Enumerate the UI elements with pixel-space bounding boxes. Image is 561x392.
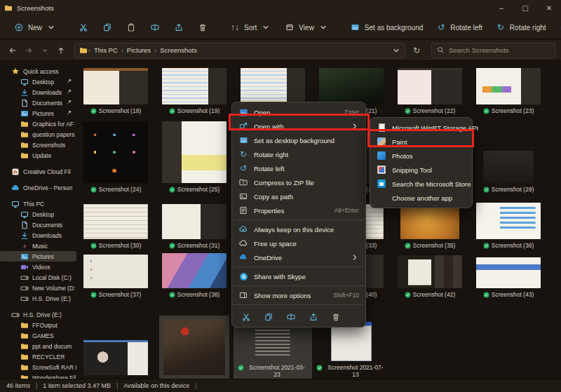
menu-item-copy-as-path[interactable]: Copy as path [232, 189, 365, 203]
sidebar-item-h-s-drive-e-[interactable]: H.S. Drive (E:) [0, 309, 76, 320]
sidebar-item-ppt-and-docum[interactable]: ppt and docum [0, 341, 76, 351]
sidebar-item-videos[interactable]: Videos [0, 262, 76, 272]
breadcrumb-segment-this-pc[interactable]: This PC [91, 46, 121, 54]
menu-item-show-more-options[interactable]: Show more optionsShift+F10 [232, 288, 365, 302]
back-button[interactable] [6, 43, 20, 58]
copy-button[interactable] [263, 311, 273, 322]
menu-item-share-with-skype[interactable]: SShare with Skype [232, 269, 365, 283]
rotate-right-button[interactable]: ↻Rotate right [489, 18, 553, 36]
sidebar-item-downloads[interactable]: Downloads [0, 230, 76, 241]
file-tile[interactable]: Screenshot (25) [155, 118, 234, 194]
sidebar-item-quick-access[interactable]: Quick access [0, 66, 76, 76]
submenu-item-photos[interactable]: Photos [370, 149, 472, 163]
menu-item-always-keep-on-this-device[interactable]: Always keep on this device [232, 222, 365, 236]
file-tile[interactable]: Screenshot (45) [76, 300, 155, 387]
rotate-left-button[interactable]: ↺Rotate left [429, 18, 489, 36]
submenu-item-snipping-tool[interactable]: Snipping Tool [370, 163, 472, 177]
sidebar-item-pictures[interactable]: Pictures [0, 108, 76, 119]
file-thumbnail[interactable] [162, 253, 227, 288]
sidebar-item-onedrive-person[interactable]: OneDrive - Person [0, 182, 76, 193]
sidebar-item-documents[interactable]: Documents [0, 97, 76, 108]
submenu-item-choose-another-app[interactable]: Choose another app [370, 191, 472, 205]
sort-button[interactable]: ↑↓Sort [223, 18, 278, 36]
sidebar-item-local-disk-c-[interactable]: Local Disk (C:) [0, 272, 76, 283]
file-thumbnail[interactable] [476, 257, 541, 288]
sidebar-item-question-papers[interactable]: question papers [0, 129, 76, 140]
file-thumbnail[interactable] [83, 121, 148, 183]
file-tile[interactable]: Screenshot (24) [76, 118, 155, 194]
file-thumbnail[interactable] [162, 121, 227, 183]
file-tile[interactable]: Screenshot (43) [469, 250, 548, 299]
sidebar-item-new-volume-d-[interactable]: New Volume (D: [0, 283, 76, 293]
recent-locations-chevron[interactable] [38, 43, 52, 58]
minimize-button[interactable]: – [489, 0, 513, 16]
sidebar-item-h-s-drive-e-[interactable]: H.S. Drive (E:) [0, 293, 76, 304]
refresh-icon[interactable]: ↻ [410, 43, 424, 58]
file-thumbnail[interactable] [162, 204, 227, 239]
share-button[interactable] [167, 18, 191, 36]
delete-button[interactable] [330, 311, 341, 322]
breadcrumb-segment-pictures[interactable]: Pictures [124, 46, 154, 54]
paste-button[interactable] [119, 18, 143, 36]
maximize-button[interactable]: ▢ [513, 0, 537, 16]
file-thumbnail[interactable] [241, 68, 305, 104]
file-tile[interactable]: Screenshot (38) [155, 250, 234, 299]
sidebar-item-desktop[interactable]: Desktop [0, 209, 76, 219]
file-tile[interactable]: Screenshot (19) [155, 65, 234, 116]
file-thumbnail[interactable] [162, 68, 227, 104]
cut-button[interactable] [72, 18, 95, 36]
sidebar-item-desktop[interactable]: Desktop [0, 76, 76, 87]
sidebar-item-creative-cloud-fil[interactable]: Creative Cloud Fil [0, 166, 76, 177]
file-tile[interactable]: Screenshot (29) [469, 118, 548, 194]
file-tile[interactable]: Screenshot (46) [155, 300, 234, 387]
sidebar-item-wondershare-fil[interactable]: Wondershare Fil [0, 372, 76, 379]
up-button[interactable] [54, 43, 68, 58]
sidebar-item-downloads[interactable]: Downloads [0, 87, 76, 97]
menu-item-rotate-left[interactable]: ↺Rotate left [232, 161, 365, 175]
new-button[interactable]: New [7, 18, 63, 36]
file-thumbnail[interactable] [476, 68, 541, 104]
sidebar-item-screenshots[interactable]: Screenshots [0, 140, 76, 150]
file-tile[interactable]: Screenshot (36) [469, 198, 548, 250]
file-thumbnail[interactable] [398, 68, 462, 104]
file-thumbnail[interactable] [163, 319, 225, 375]
file-thumbnail[interactable] [398, 253, 462, 288]
file-thumbnail[interactable] [331, 322, 372, 361]
sidebar-item-update[interactable]: Update [0, 150, 76, 161]
file-tile[interactable]: Screenshot (42) [391, 250, 469, 299]
file-tile[interactable]: Screenshot (23) [469, 65, 548, 116]
share-button[interactable] [308, 311, 318, 322]
more-options-button[interactable]: ⋯ [553, 18, 561, 36]
file-thumbnail[interactable] [83, 204, 148, 239]
breadcrumb[interactable]: ›This PC›Pictures›Screenshots [74, 43, 405, 58]
set-as-background-button[interactable]: Set as background [344, 18, 429, 36]
file-thumbnail[interactable] [483, 151, 534, 183]
menu-item-compress-to-zip-file[interactable]: Compress to ZIP file [232, 175, 365, 189]
menu-item-set-as-desktop-background[interactable]: Set as desktop background [232, 133, 365, 147]
rename-button[interactable] [143, 18, 167, 36]
sidebar-item-pictures[interactable]: Pictures [0, 251, 76, 262]
sidebar-item-screwsoft-rar-f[interactable]: ScrewSoft RAR F [0, 362, 76, 372]
menu-item-onedrive[interactable]: OneDrive [232, 250, 365, 264]
breadcrumb-segment-screenshots[interactable]: Screenshots [157, 46, 200, 54]
close-button[interactable]: ✕ [537, 0, 561, 16]
file-tile[interactable]: Screenshot (18) [76, 65, 155, 116]
file-tile[interactable]: Screenshot (31) [155, 198, 234, 250]
rename-button[interactable] [285, 311, 296, 322]
sidebar-item-music[interactable]: ♪Music [0, 241, 76, 251]
submenu-item-search-the-microsoft-store[interactable]: Search the Microsoft Store [370, 177, 472, 191]
menu-item-properties[interactable]: PropertiesAlt+Enter [232, 203, 365, 217]
address-dropdown-chevron-icon[interactable] [392, 46, 400, 55]
file-tile[interactable]: Screenshot (37) [76, 250, 155, 299]
cut-button[interactable] [241, 311, 251, 322]
sidebar-item-documents[interactable]: Documents [0, 219, 76, 230]
file-tile[interactable]: Screenshot (22) [391, 65, 469, 116]
delete-button[interactable] [191, 18, 215, 36]
file-thumbnail[interactable] [83, 340, 148, 375]
file-thumbnail[interactable] [83, 255, 148, 288]
search-input[interactable]: Search Screenshots [431, 43, 555, 58]
forward-button[interactable] [22, 43, 36, 58]
sidebar-item-this-pc[interactable]: This PC [0, 198, 76, 209]
file-thumbnail[interactable] [319, 68, 384, 104]
sidebar-item-ffoutput[interactable]: FFOutput [0, 320, 76, 330]
